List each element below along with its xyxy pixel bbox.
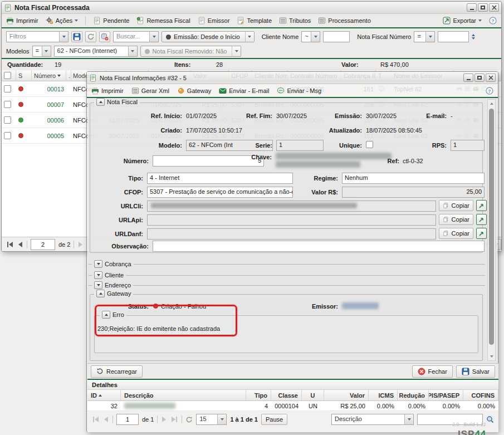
refresh-button[interactable] — [85, 31, 96, 42]
open-link-button[interactable] — [476, 214, 487, 225]
pendente-button[interactable]: Pendente — [93, 17, 129, 25]
processamento-button[interactable]: Processamento — [318, 17, 370, 25]
close-icon[interactable] — [486, 74, 496, 82]
emissao-filter-button[interactable]: Emissão: Desde o Início — [162, 31, 255, 42]
col-cofins[interactable]: COFINS — [463, 390, 498, 400]
fechar-button[interactable]: Fechar — [412, 365, 453, 378]
cfop-field[interactable]: 5307 - Prestação de serviço de comunicaç… — [147, 187, 293, 198]
nf-op-combo[interactable]: = — [414, 31, 435, 42]
expand-icon[interactable] — [94, 281, 102, 289]
next-page-icon[interactable] — [77, 241, 84, 248]
minimize-icon[interactable] — [463, 74, 473, 82]
copiar-button[interactable]: Copiar — [439, 228, 473, 239]
collapse-icon[interactable] — [102, 311, 110, 319]
col-descricao[interactable]: Descrição — [121, 390, 246, 400]
gateway-button[interactable]: Gateway — [177, 87, 211, 95]
modelo-select-combo[interactable]: 62 - NFCom (Internet) — [54, 46, 138, 57]
table-row[interactable]: 32 4 0000104 UN R$ 25,00 0.00% 0.00% 0.0… — [87, 401, 498, 411]
filtros-combo[interactable]: Filtros — [6, 31, 68, 42]
prev-page-icon[interactable] — [103, 416, 109, 423]
open-link-button[interactable] — [476, 200, 487, 211]
template-button[interactable]: Template — [237, 17, 272, 25]
acoes-button[interactable]: Ações — [46, 17, 79, 25]
refresh-icon[interactable] — [185, 416, 193, 423]
copiar-button[interactable]: Copiar — [439, 200, 473, 211]
removido-filter-button[interactable]: Nota Fiscal Removido: Não — [140, 46, 242, 57]
number-spinner[interactable] — [472, 34, 475, 40]
collapse-icon[interactable] — [96, 290, 105, 297]
open-link-button[interactable] — [476, 228, 487, 239]
select-all-cell[interactable] — [2, 70, 16, 81]
help-button[interactable]: ? — [489, 17, 497, 25]
prev-page-icon[interactable] — [17, 241, 23, 248]
page-size-combo[interactable]: 15 — [196, 414, 227, 425]
observacao-field[interactable] — [153, 241, 485, 252]
col-icms[interactable]: ICMS — [369, 390, 398, 400]
scroll-down-icon[interactable] — [488, 353, 495, 360]
emissor-button[interactable]: Emissor — [198, 17, 230, 25]
next-page-icon[interactable] — [161, 416, 167, 423]
search-column-combo[interactable]: Descrição — [331, 414, 414, 425]
col-id[interactable]: ID — [87, 390, 121, 400]
col-reducao[interactable]: Redução — [398, 390, 429, 400]
imprimir-button[interactable]: Imprimir — [6, 17, 38, 25]
col-s[interactable]: S — [16, 70, 32, 81]
imprimir-button[interactable]: Imprimir — [91, 87, 124, 95]
rps-field[interactable]: 1 — [451, 140, 485, 151]
help-button[interactable]: ? — [486, 87, 493, 95]
unique-checkbox[interactable] — [366, 141, 373, 148]
cliente-nome-input[interactable] — [323, 31, 350, 42]
col-valor[interactable]: Valor — [324, 390, 369, 400]
recarregar-button[interactable]: Recarregar — [91, 365, 143, 378]
gerar-xml-button[interactable]: Gerar Xml — [131, 87, 169, 95]
col-u[interactable]: U — [302, 390, 324, 400]
spin-up-icon[interactable] — [472, 34, 475, 36]
serie-field[interactable]: 1 — [276, 140, 324, 151]
row-checkbox[interactable] — [4, 85, 11, 92]
remove-filter-button[interactable] — [99, 31, 110, 42]
cliente-op-combo[interactable]: ~ — [301, 31, 320, 42]
enviar-email-button[interactable]: Enviar - E-mail — [219, 87, 269, 95]
select-all-checkbox[interactable] — [4, 72, 11, 79]
nf-numero-input[interactable] — [438, 31, 469, 42]
first-page-icon[interactable] — [6, 241, 14, 248]
urlapi-field[interactable] — [147, 214, 436, 226]
tipo-field[interactable]: 4 - Internet — [147, 173, 293, 184]
page-input[interactable]: 1 — [116, 414, 139, 425]
scroll-up-icon[interactable] — [488, 100, 495, 107]
maximize-icon[interactable] — [474, 74, 485, 82]
expand-icon[interactable] — [94, 271, 102, 279]
pause-button[interactable]: Pause — [261, 414, 287, 425]
tributos-button[interactable]: Tributos — [279, 17, 311, 25]
modelos-op-combo[interactable]: = — [32, 46, 51, 57]
row-checkbox[interactable] — [4, 132, 11, 139]
col-pis[interactable]: PIS/PASEP — [429, 390, 463, 400]
first-page-icon[interactable] — [92, 416, 100, 423]
exportar-button[interactable]: Exportar — [443, 17, 482, 25]
row-checkbox[interactable] — [4, 101, 11, 108]
row-checkbox[interactable] — [4, 116, 11, 124]
save-filter-button[interactable] — [71, 31, 82, 42]
scrollbar-thumb[interactable] — [489, 109, 494, 345]
expand-icon[interactable] — [94, 260, 102, 268]
salvar-button[interactable]: Salvar — [456, 365, 495, 378]
minimize-icon[interactable] — [467, 3, 477, 12]
search-icon[interactable] — [486, 416, 494, 423]
close-icon[interactable] — [489, 3, 499, 12]
page-input[interactable]: 2 — [31, 239, 55, 250]
regime-field[interactable]: Nenhum — [342, 173, 485, 184]
urldanf-field[interactable] — [147, 228, 436, 240]
copiar-button[interactable]: Copiar — [439, 214, 473, 225]
col-classe[interactable]: Classe — [271, 390, 302, 400]
spin-down-icon[interactable] — [472, 37, 475, 40]
remessa-fiscal-button[interactable]: Remessa Fiscal — [136, 17, 190, 25]
enviar-msg-button[interactable]: Enviar - Msg — [277, 87, 321, 95]
buscar-combo[interactable]: Buscar... — [113, 31, 159, 42]
maximize-icon[interactable] — [478, 3, 488, 12]
form-scrollbar[interactable] — [487, 99, 496, 361]
collapse-icon[interactable] — [96, 98, 105, 106]
col-numero[interactable]: Número — [32, 70, 66, 81]
col-tipo[interactable]: Tipo — [246, 390, 271, 400]
valor-rs-field[interactable]: 25,00 — [342, 187, 485, 198]
last-page-icon[interactable] — [170, 416, 178, 423]
